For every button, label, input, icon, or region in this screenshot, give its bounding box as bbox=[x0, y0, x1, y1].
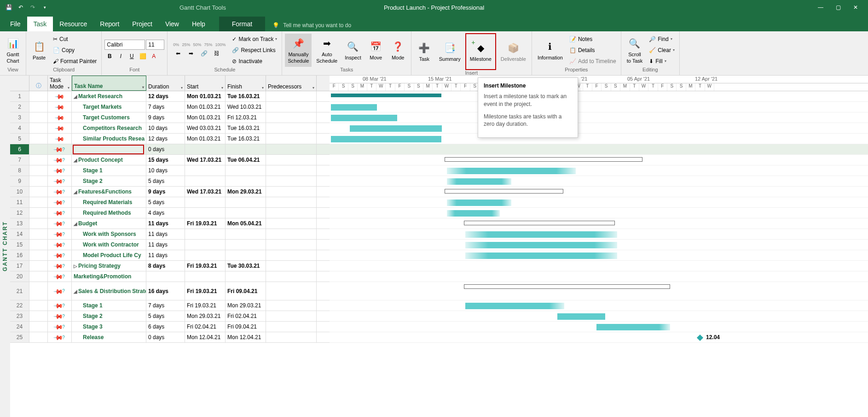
table-row[interactable]: 10 📌? ◢Features&Functions 9 days Wed 17.… bbox=[10, 187, 330, 197]
row-name[interactable]: Required Materials bbox=[72, 197, 146, 207]
gantt-bar[interactable] bbox=[464, 284, 670, 289]
information-button[interactable]: ℹ Information bbox=[535, 34, 566, 67]
save-icon[interactable]: 💾 bbox=[4, 2, 14, 12]
row-name[interactable]: Release bbox=[72, 332, 146, 342]
row-name[interactable]: Required Methods bbox=[72, 208, 146, 218]
copy-button[interactable]: 📄Copy bbox=[51, 45, 98, 55]
row-name[interactable]: Model Product Life Cy bbox=[72, 250, 146, 260]
table-row[interactable]: 16 📌? Model Product Life Cy 11 days bbox=[10, 250, 330, 261]
row-num[interactable]: 12 bbox=[10, 208, 29, 218]
move-button[interactable]: 📅 Move bbox=[366, 34, 386, 67]
new-milestone-input[interactable] bbox=[73, 145, 144, 154]
row-duration[interactable]: 9 days bbox=[146, 112, 185, 123]
col-name-header[interactable]: Task Name▾ bbox=[72, 76, 146, 91]
row-num[interactable]: 9 bbox=[10, 176, 29, 186]
row-finish[interactable]: Tue 16.03.21 bbox=[226, 91, 266, 101]
row-start[interactable]: Fri 19.03.21 bbox=[185, 300, 226, 311]
row-start[interactable]: Fri 19.03.21 bbox=[185, 282, 226, 300]
gantt-bar[interactable] bbox=[447, 210, 500, 217]
row-start[interactable] bbox=[185, 240, 226, 250]
row-num[interactable]: 7 bbox=[10, 155, 29, 165]
row-info[interactable] bbox=[29, 197, 48, 207]
tab-file[interactable]: File bbox=[4, 17, 27, 31]
row-mode[interactable]: 📌? bbox=[48, 261, 72, 271]
clear-button[interactable]: 🧹Clear▾ bbox=[647, 45, 677, 55]
row-duration[interactable]: 10 days bbox=[146, 123, 185, 133]
row-mode[interactable]: 📌 bbox=[48, 112, 72, 123]
row-num[interactable]: 24 bbox=[10, 322, 29, 332]
table-row[interactable]: 13 📌? ◢Budget 11 days Fri 19.03.21 Mon 0… bbox=[10, 218, 330, 229]
row-finish[interactable]: Tue 30.03.21 bbox=[226, 261, 266, 271]
row-info[interactable] bbox=[29, 208, 48, 218]
row-name[interactable]: Work with Sponsors bbox=[72, 229, 146, 239]
row-finish[interactable]: Fri 12.03.21 bbox=[226, 112, 266, 123]
row-mode[interactable]: 📌? bbox=[48, 208, 72, 218]
row-finish[interactable] bbox=[226, 271, 266, 282]
find-button[interactable]: 🔎Find▾ bbox=[647, 34, 677, 44]
row-info[interactable] bbox=[29, 155, 48, 165]
undo-icon[interactable]: ↶ bbox=[16, 2, 26, 12]
row-start[interactable]: Mon 01.03.21 bbox=[185, 102, 226, 112]
row-duration[interactable]: 12 days bbox=[146, 91, 185, 101]
col-info-header[interactable]: ⓘ bbox=[29, 76, 48, 91]
row-finish[interactable]: Wed 10.03.21 bbox=[226, 102, 266, 112]
bold-button[interactable]: B bbox=[104, 52, 115, 61]
row-pred[interactable] bbox=[266, 250, 317, 260]
row-info[interactable] bbox=[29, 322, 48, 332]
table-row[interactable]: 11 📌? Required Materials 5 days bbox=[10, 197, 330, 208]
row-mode[interactable]: 📌? bbox=[48, 240, 72, 250]
respect-links-button[interactable]: 🔗Respect Links bbox=[230, 45, 279, 55]
row-finish[interactable] bbox=[226, 197, 266, 207]
row-duration[interactable]: 11 days bbox=[146, 218, 185, 229]
pct50-icon[interactable]: 50% bbox=[193, 42, 201, 47]
gantt-bar[interactable] bbox=[447, 200, 511, 206]
row-mode[interactable]: 📌? bbox=[48, 311, 72, 321]
col-pred-header[interactable]: Predecessors▾ bbox=[266, 76, 317, 91]
row-start[interactable]: Wed 17.03.21 bbox=[185, 155, 226, 165]
font-name-input[interactable] bbox=[104, 40, 145, 50]
row-duration[interactable]: 5 days bbox=[146, 176, 185, 186]
row-num[interactable]: 8 bbox=[10, 165, 29, 176]
row-num[interactable]: 17 bbox=[10, 261, 29, 271]
row-pred[interactable] bbox=[266, 240, 317, 250]
row-info[interactable] bbox=[29, 165, 48, 176]
row-info[interactable] bbox=[29, 240, 48, 250]
row-start[interactable]: Fri 19.03.21 bbox=[185, 261, 226, 271]
col-num-header[interactable] bbox=[10, 76, 29, 91]
row-name[interactable]: ◢Sales & Distribution Strategy bbox=[72, 282, 146, 300]
table-row[interactable]: 23 📌? Stage 2 5 days Mon 29.03.21 Fri 02… bbox=[10, 311, 330, 322]
underline-button[interactable]: U bbox=[127, 52, 137, 61]
restore-icon[interactable]: ▢ bbox=[833, 2, 843, 12]
row-pred[interactable] bbox=[266, 208, 317, 218]
row-info[interactable] bbox=[29, 300, 48, 311]
gantt-bar[interactable] bbox=[447, 168, 576, 174]
row-finish[interactable] bbox=[226, 165, 266, 176]
row-info[interactable] bbox=[29, 112, 48, 123]
row-info[interactable] bbox=[29, 261, 48, 271]
row-info[interactable] bbox=[29, 187, 48, 197]
row-num[interactable]: 4 bbox=[10, 123, 29, 133]
row-info[interactable] bbox=[29, 311, 48, 321]
row-duration[interactable]: 11 days bbox=[146, 250, 185, 260]
row-start[interactable] bbox=[185, 176, 226, 186]
row-info[interactable] bbox=[29, 102, 48, 112]
row-mode[interactable]: 📌? bbox=[48, 250, 72, 260]
font-color-button[interactable]: A bbox=[149, 52, 159, 61]
outdent-icon[interactable]: ⬅ bbox=[173, 49, 183, 58]
row-duration[interactable]: 6 days bbox=[146, 322, 185, 332]
table-row[interactable]: 9 📌? Stage 2 5 days bbox=[10, 176, 330, 187]
row-duration[interactable] bbox=[146, 271, 185, 282]
row-start[interactable]: Mon 01.03.21 bbox=[185, 134, 226, 144]
row-name[interactable]: Stage 1 bbox=[72, 165, 146, 176]
unlink-icon[interactable]: ⛓ bbox=[212, 49, 222, 58]
row-num[interactable]: 21 bbox=[10, 282, 29, 300]
close-icon[interactable]: ✕ bbox=[851, 2, 861, 12]
table-row[interactable]: 14 📌? Work with Sponsors 11 days bbox=[10, 229, 330, 240]
pct75-icon[interactable]: 75% bbox=[204, 42, 212, 47]
fill-color-button[interactable]: 🟨 bbox=[138, 52, 148, 61]
insert-task-button[interactable]: ➕ Task bbox=[414, 35, 434, 68]
gantt-bar[interactable] bbox=[331, 94, 441, 97]
row-num[interactable]: 16 bbox=[10, 250, 29, 260]
row-mode[interactable]: 📌? bbox=[48, 332, 72, 342]
table-row[interactable]: 2 📌 Target Markets 7 days Mon 01.03.21 W… bbox=[10, 102, 330, 112]
